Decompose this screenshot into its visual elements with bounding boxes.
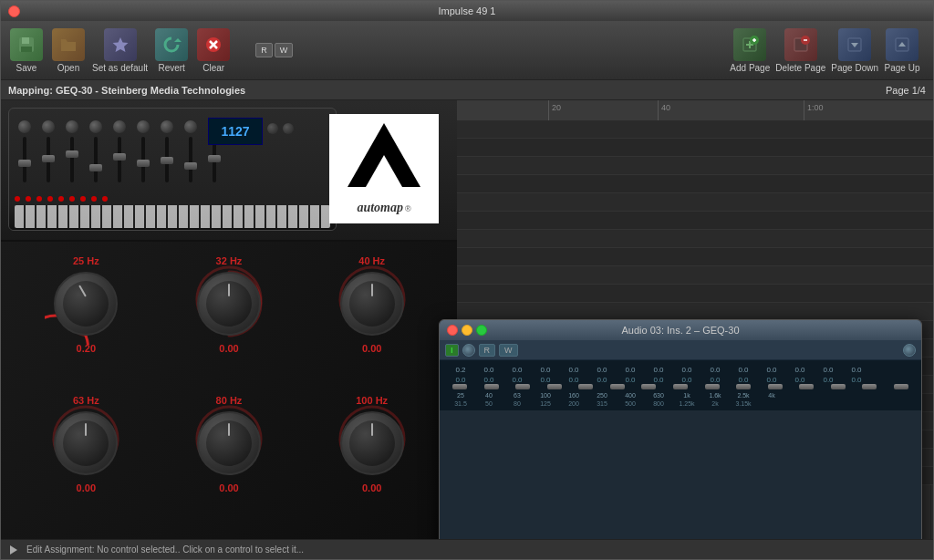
geq-toolbar: I R W — [440, 340, 921, 360]
geq-title-bar: Audio 03: Ins. 2 – GEQ-30 — [440, 320, 921, 340]
geq-fader-col[interactable] — [508, 386, 538, 388]
geq-top-val: 0.0 — [701, 366, 729, 374]
timeline-row — [457, 303, 933, 321]
set-default-icon — [104, 28, 137, 61]
geq-freq-top: 40 — [475, 392, 503, 399]
svg-marker-3 — [112, 37, 128, 52]
geq-bot-val: 0.0 — [645, 376, 672, 384]
geq-fader-col[interactable] — [792, 386, 822, 388]
clear-button[interactable]: Clear — [195, 28, 232, 73]
geq-fader-col[interactable] — [445, 386, 475, 388]
add-page-label: Add Page — [730, 63, 770, 73]
fader-channel[interactable] — [15, 120, 35, 182]
timeline-row — [457, 139, 933, 157]
device-image: 1127 — [1, 100, 457, 242]
geq-bot-val: 0.0 — [617, 376, 644, 384]
geq-preset-dial[interactable] — [903, 344, 916, 357]
geq-bot-val: 0.0 — [475, 376, 503, 384]
play-button[interactable] — [8, 544, 19, 555]
r-button[interactable]: R — [255, 43, 273, 57]
open-label: Open — [57, 63, 79, 73]
knob-40hz[interactable] — [340, 272, 404, 336]
rw-controls: R W — [255, 43, 295, 57]
geq-maximize-button[interactable] — [476, 325, 487, 336]
geq-top-val: 0.0 — [588, 366, 616, 374]
fader-channel[interactable] — [38, 120, 58, 182]
save-label: Save — [16, 63, 37, 73]
geq-close-button[interactable] — [447, 325, 458, 336]
knob-32hz[interactable] — [197, 272, 261, 336]
geq-top-val: 0.0 — [617, 366, 644, 374]
save-button[interactable]: Save — [8, 28, 45, 73]
geq-minimize-button[interactable] — [462, 325, 472, 336]
fader-channel[interactable] — [133, 120, 153, 182]
fader-channel[interactable] — [109, 120, 130, 182]
left-panel: 1127 — [1, 100, 457, 539]
knob-25hz[interactable] — [54, 272, 118, 336]
add-page-button[interactable]: Add Page — [730, 28, 770, 73]
page-down-label: Page Down — [831, 63, 878, 73]
set-default-label: Set as default — [92, 63, 148, 73]
geq-fader-col[interactable] — [634, 386, 664, 388]
geq-top-val: 0.0 — [758, 366, 785, 374]
knob-group-25hz: 25 Hz 0.20 — [19, 255, 153, 386]
geq-fader-col[interactable] — [823, 386, 853, 388]
revert-icon — [155, 28, 188, 61]
geq-fader-col[interactable] — [886, 386, 916, 388]
geq-freq-bot: 500 — [617, 400, 644, 407]
geq-bot-val: 0.0 — [843, 376, 870, 384]
knob-group-80hz: 80 Hz 0.00 — [162, 395, 296, 525]
knob-80hz[interactable] — [197, 411, 261, 475]
geq-freq-bot — [843, 400, 870, 407]
geq-freq-bot: 3.15k — [730, 400, 757, 407]
fader-channel[interactable] — [181, 120, 201, 182]
fader-channel[interactable] — [86, 120, 106, 182]
save-icon — [10, 28, 43, 61]
fader-channel[interactable] — [157, 120, 177, 182]
open-button[interactable]: Open — [50, 28, 87, 73]
geq-r-button[interactable]: R — [479, 344, 496, 357]
timeline-row — [457, 157, 933, 175]
geq-bot-val: 0.0 — [560, 376, 587, 384]
geq-top-val: 0.0 — [673, 366, 700, 374]
page-up-button[interactable]: Page Up — [884, 28, 920, 73]
geq-fader-col[interactable] — [855, 386, 885, 388]
geq-bot-val: 0.0 — [532, 376, 559, 384]
geq-fader-col[interactable] — [540, 386, 570, 388]
geq-w-button[interactable]: W — [499, 344, 518, 357]
geq-fader-col[interactable] — [760, 386, 790, 388]
set-default-button[interactable]: Set as default — [92, 28, 148, 73]
knobs-section: 25 Hz 0.20 — [1, 242, 457, 539]
status-text: Edit Assignment: No control selected.. C… — [26, 544, 304, 555]
geq-fader-col[interactable] — [697, 386, 727, 388]
geq-fader-col[interactable] — [571, 386, 601, 388]
svg-rect-1 — [22, 37, 29, 44]
fader-channel[interactable] — [62, 120, 82, 182]
geq-fader-col[interactable] — [729, 386, 759, 388]
geq-fader-col[interactable] — [477, 386, 507, 388]
geq-fader-col[interactable] — [666, 386, 696, 388]
delete-page-button[interactable]: Delete Page — [775, 28, 825, 73]
knob-100hz[interactable] — [340, 411, 404, 475]
geq-bot-val: 0.0 — [701, 376, 729, 384]
revert-button[interactable]: Revert — [153, 28, 190, 73]
geq-content: 0.2 0.0 0.0 0.0 0.0 0.0 0.0 0.0 0.0 0.0 … — [440, 360, 921, 410]
main-content: 1127 — [1, 100, 933, 539]
page-down-button[interactable]: Page Down — [831, 28, 878, 73]
timeline-row — [457, 266, 933, 285]
w-button[interactable]: W — [275, 43, 294, 57]
close-button[interactable] — [8, 5, 20, 17]
knob-63hz[interactable] — [54, 411, 118, 475]
geq-dial[interactable] — [462, 344, 475, 357]
geq-freq-top: 400 — [617, 392, 644, 399]
geq-freq-top — [786, 392, 814, 399]
timeline-row — [457, 230, 933, 248]
clear-label: Clear — [202, 63, 224, 73]
geq-fader-col[interactable] — [603, 386, 633, 388]
automap-text: automap — [357, 201, 403, 215]
knob-group-40hz: 40 Hz 0.00 — [305, 255, 439, 386]
geq-window-controls — [447, 325, 487, 336]
geq-power-button[interactable]: I — [445, 344, 459, 357]
geq-freq-top: 630 — [645, 392, 672, 399]
knob-group-32hz: 32 Hz 0.00 — [162, 255, 296, 386]
